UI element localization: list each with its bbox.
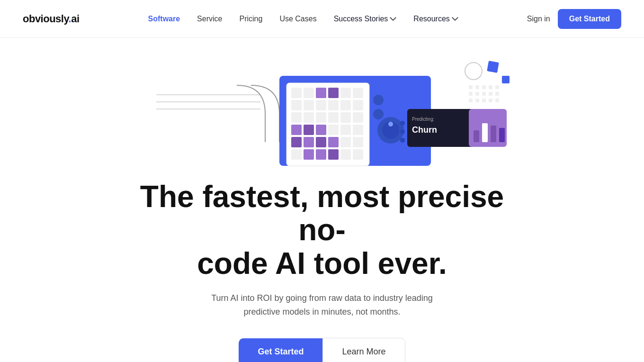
- svg-rect-63: [475, 92, 479, 96]
- nav-link-use-cases[interactable]: Use Cases: [279, 15, 316, 23]
- svg-rect-20: [328, 112, 339, 123]
- svg-text:Churn: Churn: [412, 125, 437, 135]
- svg-rect-67: [469, 99, 473, 102]
- hero-subheading: Turn AI into ROI by going from raw data …: [199, 291, 445, 319]
- nav-item-resources[interactable]: Resources: [413, 15, 458, 23]
- svg-rect-38: [328, 149, 339, 160]
- nav-link-software[interactable]: Software: [148, 15, 180, 23]
- hero-heading: The fastest, most precise no- code AI to…: [137, 180, 507, 280]
- hero-illustration: Predicting: Churn: [128, 47, 516, 171]
- svg-rect-59: [482, 85, 486, 89]
- svg-rect-5: [291, 88, 302, 98]
- nav-item-software[interactable]: Software: [148, 15, 180, 23]
- svg-rect-62: [469, 92, 473, 96]
- nav-link-service[interactable]: Service: [197, 15, 222, 23]
- svg-rect-56: [499, 128, 505, 142]
- svg-rect-10: [353, 88, 363, 98]
- svg-rect-21: [340, 112, 351, 123]
- get-started-button-hero[interactable]: Get Started: [239, 338, 322, 362]
- svg-point-48: [400, 138, 405, 143]
- svg-rect-54: [482, 123, 488, 142]
- svg-rect-39: [340, 149, 351, 160]
- svg-rect-61: [495, 85, 499, 89]
- svg-rect-71: [495, 99, 499, 102]
- hero-section: Predicting: Churn: [0, 38, 644, 362]
- nav-link-success-stories[interactable]: Success Stories: [334, 15, 397, 23]
- chevron-down-icon: [390, 16, 396, 22]
- svg-rect-25: [316, 125, 326, 135]
- learn-more-button[interactable]: Learn More: [322, 338, 405, 362]
- nav-link-pricing[interactable]: Pricing: [239, 15, 262, 23]
- svg-rect-11: [291, 100, 302, 110]
- cta-buttons: Get Started Learn More: [239, 338, 405, 362]
- svg-rect-29: [291, 137, 302, 147]
- nav-item-pricing[interactable]: Pricing: [239, 15, 262, 23]
- svg-rect-13: [316, 100, 326, 110]
- nav-item-service[interactable]: Service: [197, 15, 222, 23]
- svg-rect-9: [340, 88, 351, 98]
- svg-point-47: [400, 129, 405, 134]
- svg-point-73: [465, 63, 482, 80]
- nav-links: Software Service Pricing Use Cases Succe…: [148, 15, 458, 23]
- svg-rect-69: [482, 99, 486, 102]
- svg-rect-65: [489, 92, 492, 96]
- svg-rect-34: [353, 137, 363, 147]
- svg-rect-33: [340, 137, 351, 147]
- svg-rect-64: [482, 92, 486, 96]
- get-started-button-nav[interactable]: Get Started: [558, 9, 621, 29]
- nav-item-success-stories[interactable]: Success Stories: [334, 15, 397, 23]
- logo-text: obviously.ai: [23, 13, 80, 25]
- svg-rect-74: [502, 76, 510, 83]
- svg-rect-19: [316, 112, 326, 123]
- svg-rect-23: [291, 125, 302, 135]
- svg-rect-6: [304, 88, 314, 98]
- svg-rect-22: [353, 112, 363, 123]
- hero-illustration-svg: Predicting: Churn: [128, 47, 516, 171]
- logo[interactable]: obviously.ai: [23, 13, 80, 25]
- svg-rect-66: [495, 92, 499, 96]
- svg-rect-27: [340, 125, 351, 135]
- svg-rect-68: [475, 99, 479, 102]
- svg-rect-26: [328, 125, 339, 135]
- svg-rect-7: [316, 88, 326, 98]
- svg-rect-30: [304, 137, 314, 147]
- svg-rect-70: [489, 99, 492, 102]
- svg-rect-42: [373, 109, 384, 119]
- svg-rect-40: [353, 149, 363, 160]
- svg-rect-31: [316, 137, 326, 147]
- nav-item-use-cases[interactable]: Use Cases: [279, 15, 316, 23]
- svg-text:Predicting:: Predicting:: [412, 117, 434, 122]
- svg-rect-53: [474, 130, 479, 142]
- sign-in-button[interactable]: Sign in: [527, 15, 550, 23]
- svg-rect-16: [353, 100, 363, 110]
- svg-rect-8: [328, 88, 339, 98]
- svg-rect-32: [328, 137, 339, 147]
- nav-link-resources[interactable]: Resources: [413, 15, 458, 23]
- svg-point-46: [400, 121, 405, 126]
- navbar: obviously.ai Software Service Pricing Us…: [0, 0, 644, 38]
- svg-rect-12: [304, 100, 314, 110]
- nav-actions: Sign in Get Started: [527, 9, 621, 29]
- svg-rect-41: [373, 95, 384, 105]
- svg-rect-15: [340, 100, 351, 110]
- svg-rect-57: [469, 85, 473, 89]
- svg-rect-36: [304, 149, 314, 160]
- svg-rect-55: [491, 126, 496, 142]
- svg-rect-37: [316, 149, 326, 160]
- svg-rect-35: [291, 149, 302, 160]
- svg-rect-60: [489, 85, 492, 89]
- svg-point-45: [388, 122, 393, 127]
- svg-rect-72: [487, 61, 499, 72]
- svg-rect-18: [304, 112, 314, 123]
- chevron-down-icon: [452, 16, 458, 22]
- svg-rect-58: [475, 85, 479, 89]
- svg-rect-28: [353, 125, 363, 135]
- svg-rect-14: [328, 100, 339, 110]
- svg-rect-17: [291, 112, 302, 123]
- svg-rect-24: [304, 125, 314, 135]
